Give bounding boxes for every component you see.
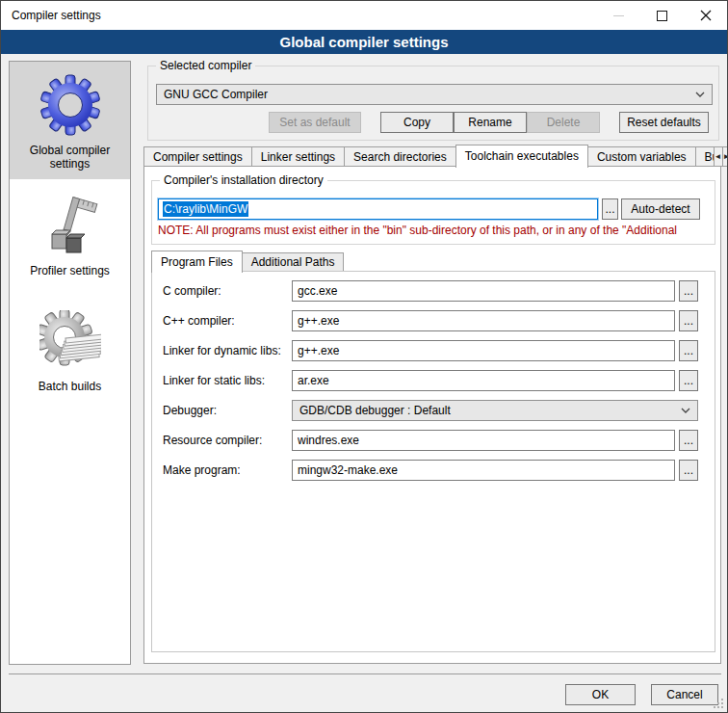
dialog-banner: Global compiler settings [1,30,727,54]
sidebar-item-global-compiler-settings[interactable]: Global compiler settings [10,62,130,179]
set-as-default-button: Set as default [269,112,361,133]
maximize-button[interactable] [640,1,684,30]
window-title: Compiler settings [12,9,101,22]
field-row-c-compiler: C compiler: ... [163,280,706,302]
toolchain-executables-panel: Compiler's installation directory C:\ray… [143,166,721,664]
tab-compiler-settings[interactable]: Compiler settings [143,146,252,167]
blue-gear-icon [39,74,101,136]
compiler-select[interactable]: GNU GCC Compiler [156,84,713,105]
sidebar-item-batch-builds[interactable]: Batch builds [10,310,130,418]
subtab-additional-paths[interactable]: Additional Paths [242,252,345,272]
sidebar-item-label: Global compiler settings [10,144,130,171]
debugger-select-value: GDB/CDB debugger : Default [299,404,451,417]
cpp-compiler-label: C++ compiler: [163,310,235,331]
linker-dynamic-label: Linker for dynamic libs: [163,340,281,361]
tab-search-directories[interactable]: Search directories [344,146,456,167]
field-row-debugger: Debugger: GDB/CDB debugger : Default [163,400,706,421]
window-controls [597,1,727,30]
resource-compiler-browse-button[interactable]: ... [679,430,698,451]
sidebar-item-label: Batch builds [10,380,130,393]
tab-toolchain-executables[interactable]: Toolchain executables [455,145,588,168]
reset-defaults-button[interactable]: Reset defaults [619,112,709,133]
linker-static-input[interactable] [292,370,675,391]
install-dir-input[interactable]: C:\raylib\MinGW [158,198,598,220]
program-files-panel: C compiler: ... C++ compiler: ... Linker… [151,271,715,652]
maximize-icon [657,11,667,21]
c-compiler-browse-button[interactable]: ... [679,280,698,302]
sidebar-item-profiler-settings[interactable]: Profiler settings [10,187,130,289]
make-program-label: Make program: [163,460,241,481]
tab-scroll-right-icon[interactable]: ► [722,146,728,167]
cpp-compiler-browse-button[interactable]: ... [679,310,698,331]
c-compiler-input[interactable] [292,280,675,302]
chevron-down-icon [681,408,690,414]
delete-button: Delete [527,112,600,133]
close-icon [700,10,712,21]
compiler-select-value: GNU GCC Compiler [164,88,268,101]
selected-compiler-group-label: Selected compiler [156,59,255,72]
field-row-linker-static: Linker for static libs: ... [163,370,706,391]
close-button[interactable] [684,1,727,30]
installation-directory-group-label: Compiler's installation directory [160,173,327,187]
linker-static-label: Linker for static libs: [163,370,265,391]
minimize-button [597,1,640,30]
minimize-icon [613,15,624,16]
make-program-browse-button[interactable]: ... [679,460,698,481]
bin-note-text: NOTE: All programs must exist either in … [158,224,712,237]
compiler-settings-window: Compiler settings Global compiler settin… [0,0,728,713]
cancel-button[interactable]: Cancel [651,684,718,705]
main-tab-strip: Compiler settings Linker settings Search… [143,144,721,167]
linker-dynamic-input[interactable] [292,340,675,361]
subtab-program-files[interactable]: Program Files [151,251,243,273]
copy-button[interactable]: Copy [380,112,454,133]
resize-grip[interactable] [714,699,723,708]
resource-compiler-label: Resource compiler: [163,430,262,451]
chevron-down-icon [695,92,705,98]
debugger-label: Debugger: [163,400,217,421]
tab-build[interactable]: Build [695,146,715,167]
gray-gear-papers-icon [39,310,101,372]
auto-detect-button[interactable]: Auto-detect [621,198,700,220]
tab-custom-variables[interactable]: Custom variables [587,146,696,167]
field-row-cpp-compiler: C++ compiler: ... [163,310,706,331]
caliper-icon [39,195,101,256]
install-dir-browse-button[interactable]: ... [602,198,618,220]
toolchain-sub-tab-strip: Program Files Additional Paths [151,250,343,272]
settings-sidebar: Global compiler settings Profiler sett [9,61,131,665]
installation-directory-group: Compiler's installation directory C:\ray… [151,180,715,245]
titlebar: Compiler settings [1,1,727,30]
c-compiler-label: C compiler: [163,280,221,302]
field-row-resource-compiler: Resource compiler: ... [163,430,706,451]
resource-compiler-input[interactable] [292,430,675,451]
sidebar-item-label: Profiler settings [10,264,130,277]
field-row-linker-dynamic: Linker for dynamic libs: ... [163,340,706,361]
tab-linker-settings[interactable]: Linker settings [251,146,345,167]
install-dir-value: C:\raylib\MinGW [163,201,248,217]
cpp-compiler-input[interactable] [292,310,675,331]
linker-static-browse-button[interactable]: ... [679,370,698,391]
field-row-make-program: Make program: ... [163,460,706,481]
linker-dynamic-browse-button[interactable]: ... [679,340,698,361]
footer-divider [9,673,721,674]
rename-button[interactable]: Rename [454,112,527,133]
selected-compiler-group: Selected compiler GNU GCC Compiler Set a… [147,66,719,141]
debugger-select[interactable]: GDB/CDB debugger : Default [292,400,698,421]
ok-button[interactable]: OK [565,684,636,705]
make-program-input[interactable] [292,460,675,481]
